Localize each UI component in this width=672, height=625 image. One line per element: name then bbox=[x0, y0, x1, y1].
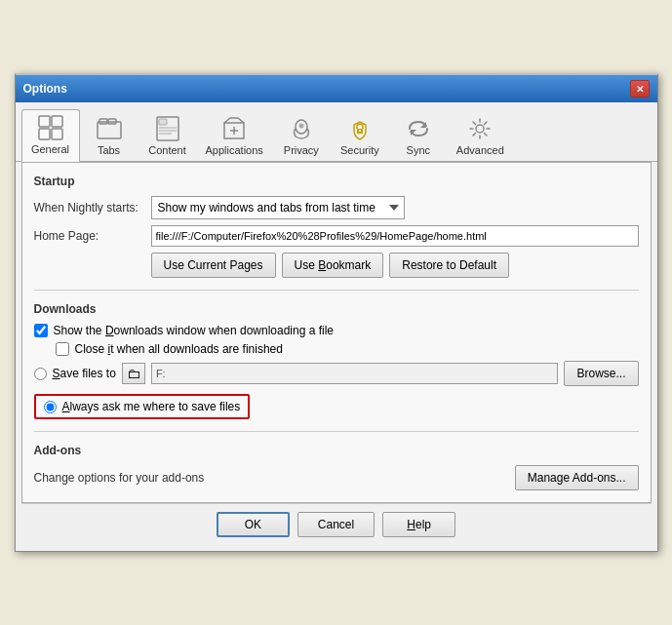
addons-section: Add-ons Change options for your add-ons … bbox=[34, 444, 639, 490]
cancel-button[interactable]: Cancel bbox=[297, 512, 375, 537]
security-icon bbox=[346, 115, 374, 142]
tab-applications[interactable]: Applications bbox=[197, 109, 272, 162]
when-starts-label: When Nightly starts: bbox=[34, 201, 151, 215]
downloads-title: Downloads bbox=[34, 302, 639, 316]
show-downloads-row: Show the Downloads window when downloadi… bbox=[34, 324, 639, 337]
svg-rect-3 bbox=[52, 129, 62, 139]
svg-rect-2 bbox=[39, 129, 50, 139]
addons-row: Change options for your add-ons Manage A… bbox=[34, 465, 639, 490]
close-downloads-checkbox[interactable] bbox=[56, 342, 69, 356]
save-files-row: Save files to 🗀 Browse... bbox=[34, 361, 639, 386]
tab-tabs[interactable]: Tabs bbox=[80, 109, 138, 162]
show-downloads-checkbox[interactable] bbox=[34, 324, 48, 337]
use-bookmark-button[interactable]: Use Bookmark bbox=[282, 253, 384, 278]
svg-rect-0 bbox=[39, 116, 50, 127]
always-ask-container: Always ask me where to save files bbox=[34, 394, 251, 419]
always-ask-radio[interactable] bbox=[44, 401, 57, 413]
save-to-radio[interactable] bbox=[34, 368, 47, 380]
startup-select[interactable]: Show my windows and tabs from last time … bbox=[151, 196, 405, 219]
svg-point-20 bbox=[476, 125, 484, 133]
dialog-footer: OK Cancel Help bbox=[21, 503, 652, 545]
privacy-icon bbox=[288, 115, 315, 142]
applications-icon bbox=[220, 115, 248, 142]
home-page-row: Home Page: bbox=[34, 225, 639, 247]
use-current-pages-button[interactable]: Use Current Pages bbox=[151, 253, 276, 278]
tab-content[interactable]: Content bbox=[138, 109, 197, 162]
homepage-buttons-row: Use Current Pages Use Bookmark Restore t… bbox=[151, 253, 639, 278]
tab-advanced-label: Advanced bbox=[456, 144, 504, 156]
save-path-input[interactable] bbox=[151, 363, 559, 384]
tab-general-label: General bbox=[31, 143, 69, 155]
downloads-section: Downloads Show the Downloads window when… bbox=[34, 302, 639, 419]
svg-rect-1 bbox=[52, 116, 62, 127]
advanced-icon bbox=[466, 115, 494, 142]
home-page-label: Home Page: bbox=[34, 229, 151, 243]
options-dialog: Options ✕ General bbox=[15, 73, 658, 552]
svg-point-17 bbox=[359, 130, 361, 132]
content-icon bbox=[154, 115, 181, 142]
addons-title: Add-ons bbox=[34, 444, 639, 457]
content-area: Startup When Nightly starts: Show my win… bbox=[21, 162, 652, 503]
show-downloads-label: Show the Downloads window when downloadi… bbox=[54, 324, 335, 337]
folder-button[interactable]: 🗀 bbox=[122, 363, 145, 384]
tab-general[interactable]: General bbox=[21, 109, 80, 162]
tabs-bar: General Tabs Con bbox=[16, 102, 657, 162]
tab-privacy[interactable]: Privacy bbox=[272, 109, 331, 162]
tab-sync[interactable]: Sync bbox=[389, 109, 448, 162]
close-downloads-label: Close it when all downloads are finished bbox=[75, 342, 283, 356]
tab-security-label: Security bbox=[340, 144, 379, 156]
tab-applications-label: Applications bbox=[206, 144, 263, 156]
close-button[interactable]: ✕ bbox=[630, 80, 650, 98]
tab-privacy-label: Privacy bbox=[284, 144, 319, 156]
always-ask-label: Always ask me where to save files bbox=[62, 400, 241, 413]
manage-addons-button[interactable]: Manage Add-ons... bbox=[515, 465, 639, 490]
tab-content-label: Content bbox=[148, 144, 186, 156]
general-icon bbox=[37, 114, 64, 141]
ok-button[interactable]: OK bbox=[217, 512, 290, 537]
svg-point-15 bbox=[298, 124, 303, 129]
always-ask-row: Always ask me where to save files bbox=[34, 394, 251, 419]
tab-advanced[interactable]: Advanced bbox=[448, 109, 513, 162]
startup-divider bbox=[34, 290, 639, 291]
when-starts-row: When Nightly starts: Show my windows and… bbox=[34, 196, 639, 219]
browse-button[interactable]: Browse... bbox=[564, 361, 638, 386]
dialog-title: Options bbox=[23, 82, 67, 96]
tab-tabs-label: Tabs bbox=[98, 144, 120, 156]
close-downloads-row: Close it when all downloads are finished bbox=[56, 342, 639, 356]
startup-title: Startup bbox=[34, 175, 639, 188]
sync-icon bbox=[405, 115, 432, 142]
save-to-label: Save files to bbox=[53, 367, 116, 380]
restore-default-button[interactable]: Restore to Default bbox=[389, 253, 509, 278]
home-page-input[interactable] bbox=[151, 225, 639, 247]
addons-description: Change options for your add-ons bbox=[34, 471, 205, 485]
svg-rect-8 bbox=[159, 119, 167, 125]
downloads-divider bbox=[34, 431, 639, 432]
title-bar: Options ✕ bbox=[16, 75, 657, 102]
tab-sync-label: Sync bbox=[407, 144, 430, 156]
help-button[interactable]: Help bbox=[382, 512, 455, 537]
startup-section: Startup When Nightly starts: Show my win… bbox=[34, 175, 639, 278]
tab-security[interactable]: Security bbox=[331, 109, 389, 162]
tabs-icon bbox=[96, 115, 123, 142]
